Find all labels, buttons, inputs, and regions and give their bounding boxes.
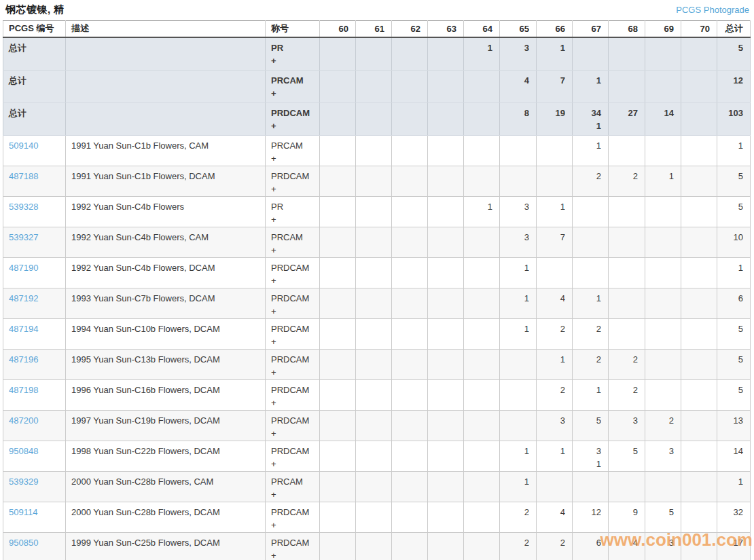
grade-64-count [464, 502, 500, 532]
grade-70-count [681, 227, 717, 257]
designation-cell: PRDCAM+ [266, 288, 320, 318]
table-row: 5393281992 Yuan Sun-C4b FlowersPR+1315 [3, 196, 751, 227]
grade-63-count [428, 257, 464, 288]
grade-69-count [645, 227, 681, 257]
grade-70-count [681, 166, 717, 196]
grade-68-count [609, 318, 645, 349]
grade-67-count: 12 [573, 502, 609, 532]
grade-68-count [609, 196, 645, 227]
designation-cell: PRDCAM+ [266, 502, 320, 532]
grade-61-count [356, 318, 392, 349]
pcgs-number-link[interactable]: 509140 [9, 141, 38, 151]
pcgs-number-link[interactable]: 950850 [9, 538, 38, 548]
grade-69-count [645, 135, 681, 166]
grade-60-count [320, 166, 356, 196]
row-total: 32 [717, 502, 751, 532]
pcgs-number-link[interactable]: 487192 [9, 293, 38, 303]
grade-66-count: 2 [537, 318, 573, 349]
designation-cell: PRCAM+ [266, 227, 320, 257]
designation-cell: PRDCAM+ [266, 257, 320, 288]
designation-cell: PRDCAM+ [266, 532, 320, 560]
pcgs-number-link[interactable]: 487188 [9, 171, 38, 181]
pcgs-number-link[interactable]: 487190 [9, 263, 38, 273]
row-total: 103 [717, 102, 751, 135]
grade-66-count: 7 [537, 70, 573, 102]
grade-63-count [428, 135, 464, 166]
table-row: 4871881991 Yuan Sun-C1b Flowers, DCAMPRD… [3, 166, 751, 196]
coin-description [66, 70, 266, 102]
grade-68-count [609, 471, 645, 502]
grade-67-count: 1 [573, 135, 609, 166]
grade-70-count [681, 379, 717, 410]
grade-60-count [320, 37, 356, 70]
table-row: 4871941994 Yuan Sun-C10b Flowers, DCAMPR… [3, 318, 751, 349]
photograde-link[interactable]: PCGS Photograde [676, 5, 749, 15]
row-total: 12 [717, 70, 751, 102]
pcgs-number-link[interactable]: 487194 [9, 324, 38, 334]
grade-64-count [464, 441, 500, 471]
grade-63-count [428, 349, 464, 379]
grade-60-count [320, 532, 356, 560]
designation-cell: PRDCAM+ [266, 166, 320, 196]
table-row: 9508501999 Yuan Sun-C25b Flowers, DCAMPR… [3, 532, 751, 560]
grade-62-count [392, 102, 428, 135]
pcgs-number-link[interactable]: 509114 [9, 507, 37, 517]
grade-62-count [392, 441, 428, 471]
coin-description: 1996 Yuan Sun-C16b Flowers, DCAM [66, 379, 266, 410]
row-total: 5 [717, 37, 751, 70]
grade-63-count [428, 166, 464, 196]
grade-70-count [681, 410, 717, 441]
column-header-62: 62 [392, 21, 428, 38]
row-total: 5 [717, 349, 751, 379]
coin-description: 1997 Yuan Sun-C19b Flowers, DCAM [66, 410, 266, 441]
pcgs-number-link[interactable]: 539327 [9, 232, 38, 242]
pcgs-number-link[interactable]: 487196 [9, 354, 38, 365]
grade-67-count: 6 [573, 532, 609, 560]
grade-69-count [645, 379, 681, 410]
pcgs-number-link[interactable]: 487198 [9, 385, 38, 395]
grade-65-count: 4 [500, 70, 537, 102]
row-total: 1 [717, 257, 751, 288]
grade-69-count [645, 471, 681, 502]
grade-70-count [681, 135, 717, 166]
grade-60-count [320, 196, 356, 227]
grade-61-count [356, 441, 392, 471]
grade-69-count [645, 318, 681, 349]
grade-68-count: 2 [609, 349, 645, 379]
grade-64-count [464, 227, 500, 257]
grade-64-count: 1 [464, 37, 500, 70]
pcgs-number-link[interactable]: 487200 [9, 415, 38, 426]
grade-66-count: 4 [537, 288, 573, 318]
grade-68-count [609, 257, 645, 288]
grade-60-count [320, 318, 356, 349]
grade-62-count [392, 135, 428, 166]
table-row: 5091401991 Yuan Sun-C1b Flowers, CAMPRCA… [3, 135, 751, 166]
grade-68-count: 5 [609, 441, 645, 471]
grade-62-count [392, 502, 428, 532]
grade-64-count [464, 70, 500, 102]
grade-65-count [500, 135, 537, 166]
column-header-total: 总计 [717, 21, 751, 38]
pcgs-number-link[interactable]: 950848 [9, 446, 38, 456]
coin-description: 2000 Yuan Sun-C28b Flowers, DCAM [66, 502, 266, 532]
grade-60-count [320, 441, 356, 471]
grade-70-count [681, 532, 717, 560]
grade-63-count [428, 379, 464, 410]
grade-70-count [681, 196, 717, 227]
coin-description: 1994 Yuan Sun-C10b Flowers, DCAM [66, 318, 266, 349]
grade-62-count [392, 532, 428, 560]
designation-cell: PRCAM+ [266, 70, 320, 102]
pcgs-number-link[interactable]: 539329 [9, 477, 38, 487]
grade-65-count [500, 410, 537, 441]
grade-65-count: 3 [500, 227, 537, 257]
grade-69-count: 5 [645, 502, 681, 532]
row-total: 6 [717, 288, 751, 318]
column-header-69: 69 [645, 21, 681, 38]
grade-61-count [356, 196, 392, 227]
grade-63-count [428, 37, 464, 70]
column-header-68: 68 [609, 21, 645, 38]
population-table: PCGS 编号描述称号6061626364656667686970总计总计PR+… [3, 20, 751, 560]
pcgs-number-link[interactable]: 539328 [9, 202, 38, 212]
grade-67-count: 1 [573, 70, 609, 102]
grade-62-count [392, 471, 428, 502]
